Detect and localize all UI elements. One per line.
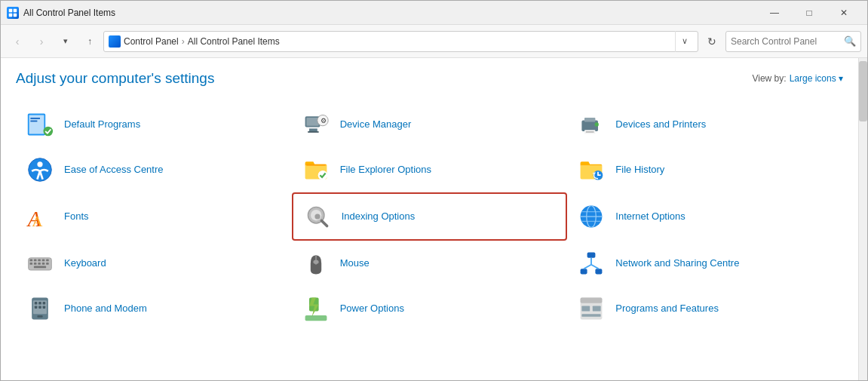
internet-options-icon [576, 201, 606, 232]
file-history-icon [576, 155, 606, 185]
svg-point-21 [37, 161, 42, 167]
item-keyboard[interactable]: Keyboard [16, 241, 292, 286]
svg-text:A: A [32, 213, 43, 229]
items-grid: Default Programs ⚙ Device [16, 102, 843, 331]
svg-rect-16 [584, 118, 595, 121]
devices-and-printers-label: Devices and Printers [615, 118, 706, 131]
item-network-and-sharing-centre[interactable]: Network and Sharing Centre [567, 241, 843, 286]
address-bar[interactable]: Control Panel › All Control Panel Items … [103, 31, 698, 52]
up-button[interactable]: ↑ [79, 31, 100, 52]
title-bar: All Control Panel Items — □ ✕ [1, 1, 867, 25]
file-history-label: File History [615, 164, 664, 177]
svg-rect-42 [38, 260, 41, 262]
svg-rect-46 [34, 263, 37, 265]
svg-rect-41 [34, 260, 37, 262]
close-button[interactable]: ✕ [827, 1, 861, 25]
item-mouse[interactable]: Mouse [292, 241, 568, 286]
fonts-icon: A A [25, 201, 55, 232]
item-ease-of-access-centre[interactable]: Ease of Access Centre [16, 147, 292, 192]
file-explorer-options-label: File Explorer Options [340, 164, 431, 177]
indexing-options-icon [302, 201, 333, 232]
svg-rect-64 [43, 302, 46, 305]
window-icon [7, 7, 19, 19]
svg-rect-45 [30, 263, 33, 265]
keyboard-label: Keyboard [64, 257, 106, 270]
svg-rect-73 [593, 306, 601, 311]
back-button[interactable]: ‹ [7, 31, 28, 52]
svg-rect-6 [30, 118, 40, 119]
search-box[interactable]: 🔍 [725, 31, 861, 52]
search-icon: 🔍 [844, 35, 856, 47]
item-file-explorer-options[interactable]: File Explorer Options [292, 147, 568, 192]
programs-and-features-icon [576, 293, 606, 324]
svg-point-32 [314, 214, 320, 219]
svg-rect-48 [42, 263, 45, 265]
svg-rect-3 [14, 13, 17, 17]
mouse-label: Mouse [340, 257, 370, 270]
svg-rect-12 [308, 131, 318, 133]
svg-rect-67 [43, 306, 46, 309]
svg-rect-53 [587, 253, 596, 258]
view-by-value[interactable]: Large icons ▾ [790, 73, 843, 84]
content-header: Adjust your computer's settings View by:… [16, 70, 843, 87]
svg-rect-72 [582, 306, 590, 311]
item-default-programs[interactable]: Default Programs [16, 102, 292, 147]
maximize-button[interactable]: □ [792, 1, 827, 25]
svg-rect-11 [309, 128, 317, 131]
svg-rect-26 [302, 156, 305, 159]
network-and-sharing-icon [576, 248, 606, 278]
svg-rect-40 [30, 260, 33, 262]
address-icon [109, 35, 121, 48]
svg-rect-61 [37, 315, 42, 318]
item-file-history[interactable]: File History [567, 147, 843, 192]
address-chevron-icon[interactable]: ∨ [675, 31, 693, 52]
svg-rect-49 [46, 263, 49, 265]
svg-rect-66 [38, 306, 41, 309]
window-title: All Control Panel Items [23, 8, 757, 18]
svg-line-33 [321, 220, 327, 226]
minimize-button[interactable]: — [757, 1, 792, 25]
svg-rect-7 [30, 121, 37, 122]
keyboard-icon [25, 248, 55, 278]
forward-button[interactable]: › [31, 31, 52, 52]
svg-rect-24 [306, 164, 325, 166]
svg-rect-55 [596, 269, 603, 274]
svg-rect-54 [581, 269, 587, 274]
svg-rect-0 [9, 8, 13, 12]
svg-rect-44 [46, 260, 49, 262]
search-input[interactable] [731, 36, 844, 47]
svg-line-57 [584, 265, 591, 269]
phone-and-modem-label: Phone and Modem [64, 303, 147, 315]
item-fonts[interactable]: A A Fonts [16, 192, 292, 241]
item-internet-options[interactable]: Internet Options [567, 192, 843, 241]
svg-rect-63 [38, 302, 41, 305]
item-phone-and-modem[interactable]: Phone and Modem [16, 286, 292, 331]
internet-options-label: Internet Options [615, 210, 686, 223]
breadcrumb-all-items: All Control Panel Items [188, 36, 280, 47]
item-devices-and-printers[interactable]: Devices and Printers [567, 102, 843, 147]
svg-rect-65 [35, 306, 38, 309]
ease-of-access-label: Ease of Access Centre [64, 164, 164, 177]
item-power-options[interactable]: Power Options [292, 286, 568, 331]
svg-point-8 [44, 127, 54, 137]
svg-rect-71 [581, 298, 603, 303]
item-indexing-options[interactable]: Indexing Options [292, 192, 568, 241]
main-content: Adjust your computer's settings View by:… [1, 58, 858, 380]
scrollbar-thumb[interactable] [859, 61, 867, 121]
svg-point-19 [595, 122, 599, 126]
refresh-button[interactable]: ↻ [701, 31, 722, 52]
default-programs-label: Default Programs [64, 118, 140, 131]
svg-rect-10 [306, 118, 318, 126]
svg-rect-50 [34, 266, 46, 269]
power-options-icon [301, 293, 331, 324]
page-title: Adjust your computer's settings [16, 70, 214, 87]
svg-line-58 [591, 265, 599, 269]
scrollbar[interactable] [858, 58, 867, 380]
svg-rect-1 [14, 8, 17, 12]
network-and-sharing-label: Network and Sharing Centre [615, 257, 739, 270]
item-device-manager[interactable]: ⚙ Device Manager [292, 102, 568, 147]
dropdown-button[interactable]: ▾ [55, 31, 76, 52]
content-area: Adjust your computer's settings View by:… [1, 58, 867, 380]
svg-rect-2 [9, 13, 13, 17]
item-programs-and-features[interactable]: Programs and Features [567, 286, 843, 331]
